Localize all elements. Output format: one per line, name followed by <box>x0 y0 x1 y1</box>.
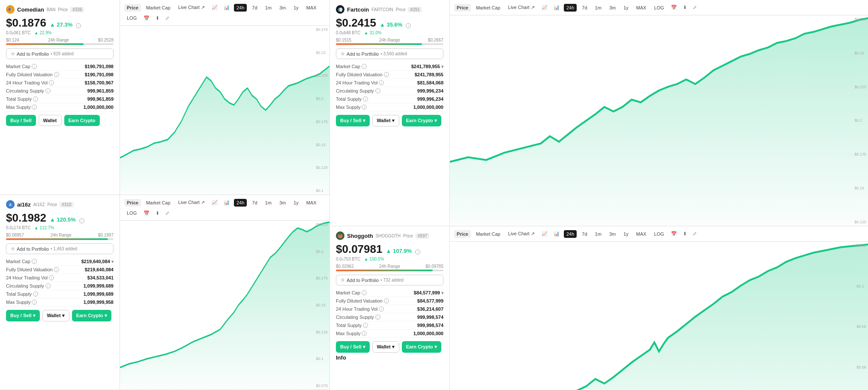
tab3-live-chart[interactable]: Live Chart ↗ <box>506 3 537 12</box>
tab2-1y[interactable]: 1y <box>291 199 301 207</box>
comedian-buy-btn[interactable]: Buy / Sell <box>6 115 36 126</box>
ai16z-info-icon: i <box>79 218 84 223</box>
tab2-1m[interactable]: 1m <box>263 199 274 207</box>
tab2-log[interactable]: LOG <box>124 209 139 217</box>
shoggoth-label: Price <box>403 234 413 238</box>
tab4-max[interactable]: MAX <box>634 230 649 238</box>
fartcoin-earn-btn[interactable]: Earn Crypto ▾ <box>402 115 441 126</box>
tab4-1y[interactable]: 1y <box>621 230 631 238</box>
ai16z-label: Price <box>48 202 57 207</box>
fartcoin-name: Fartcoin <box>347 6 369 13</box>
tab3-3m[interactable]: 3m <box>607 4 618 12</box>
tab3-7d[interactable]: 7d <box>579 4 590 12</box>
tab-live-chart[interactable]: Live Chart ↗ <box>176 3 207 12</box>
tab4-7d[interactable]: 7d <box>579 230 590 238</box>
tab-1m[interactable]: 1m <box>263 4 274 12</box>
tab-log[interactable]: LOG <box>124 14 139 22</box>
comedian-metrics: Market Cap i $190,791,098 Fully Diluted … <box>6 63 114 111</box>
tab4-log[interactable]: LOG <box>652 230 667 238</box>
fartcoin-symbol: FARTCOIN <box>371 7 393 12</box>
candle-icon-4[interactable]: 📊 <box>552 230 561 237</box>
candle-icon[interactable]: 📊 <box>222 4 231 11</box>
candle-icon-3[interactable]: 📊 <box>552 4 561 11</box>
tab-7d[interactable]: 7d <box>249 4 260 12</box>
expand-icon-3[interactable]: ⤢ <box>691 4 698 11</box>
ai16z-portfolio-btn[interactable]: ☆ Add to Portfolio • 1,463 added <box>6 243 114 254</box>
shoggoth-earn-btn[interactable]: Earn Crypto ▾ <box>402 341 441 353</box>
shoggoth-portfolio-btn[interactable]: ☆ Add to Portfolio • 732 added <box>336 275 443 285</box>
tab3-max[interactable]: MAX <box>634 4 649 12</box>
fartcoin-change: ▲ 35.6% <box>380 21 402 28</box>
ai16z-logo: a <box>6 200 15 209</box>
tab-market-cap[interactable]: Market Cap <box>144 4 173 12</box>
fartcoin-metrics: Market Cap i $241,789,955 ▾ Fully Dilute… <box>336 63 443 111</box>
shoggoth-metrics: Market Cap i $84,577,999 ▾ Fully Diluted… <box>336 289 443 338</box>
star-icon-2: ☆ <box>11 246 15 252</box>
ai16z-change: ▲ 120.5% <box>50 216 76 223</box>
tab-24h[interactable]: 24h <box>234 4 247 12</box>
fartcoin-section: 💨 Fartcoin FARTCOIN Price #291 $0.2415 ▲… <box>330 0 868 226</box>
tab3-price[interactable]: Price <box>454 4 471 12</box>
tab3-log[interactable]: LOG <box>652 4 667 12</box>
fartcoin-chart-area: Price Market Cap Live Chart ↗ 📈 📊 24h 7d… <box>450 0 868 226</box>
ai16z-actions: Buy / Sell ▾ Wallet ▾ Earn Crypto ▾ <box>6 310 114 321</box>
tab2-price[interactable]: Price <box>124 199 141 207</box>
ai16z-symbol: AI16Z <box>33 202 45 207</box>
tab4-1m[interactable]: 1m <box>593 230 604 238</box>
candle-icon-2[interactable]: 📊 <box>222 199 231 206</box>
fartcoin-buy-btn[interactable]: Buy / Sell ▾ <box>336 115 370 126</box>
tab3-market-cap[interactable]: Market Cap <box>473 4 503 12</box>
ai16z-wallet-btn[interactable]: Wallet ▾ <box>42 310 69 321</box>
fartcoin-portfolio-btn[interactable]: ☆ Add to Portfolio • 3,560 added <box>336 48 443 59</box>
tab4-24h[interactable]: 24h <box>564 230 577 238</box>
shoggoth-section: 🐙 Shoggoth SHOGGOTH Price #597 $0.07981 … <box>330 226 868 390</box>
tab2-market-cap[interactable]: Market Cap <box>144 199 173 207</box>
calendar-icon-2[interactable]: 📅 <box>142 210 151 217</box>
ai16z-earn-btn[interactable]: Earn Crypto ▾ <box>72 310 111 321</box>
download-icon-4[interactable]: ⬇ <box>681 230 688 237</box>
shoggoth-wallet-btn[interactable]: Wallet ▾ <box>372 341 399 353</box>
comedian-label: Price <box>58 7 68 12</box>
ai16z-buy-btn[interactable]: Buy / Sell ▾ <box>6 310 40 321</box>
shoggoth-buy-btn[interactable]: Buy / Sell ▾ <box>336 341 370 353</box>
expand-icon-2[interactable]: ⤢ <box>164 210 171 217</box>
line-icon-2[interactable]: 📈 <box>210 199 219 206</box>
comedian-rank: #336 <box>70 7 84 12</box>
ai16z-price: $0.1982 <box>6 211 46 225</box>
tab-1y[interactable]: 1y <box>291 4 301 12</box>
tab4-live-chart[interactable]: Live Chart ↗ <box>506 230 537 238</box>
tab2-max[interactable]: MAX <box>304 199 319 207</box>
tab3-24h[interactable]: 24h <box>564 4 577 12</box>
shoggoth-change: ▲ 107.9% <box>386 248 412 254</box>
tab3-1y[interactable]: 1y <box>621 4 631 12</box>
tab4-3m[interactable]: 3m <box>607 230 618 238</box>
tab4-price[interactable]: Price <box>454 230 471 238</box>
tab-price[interactable]: Price <box>124 4 141 12</box>
comedian-portfolio-btn[interactable]: ☆ Add to Portfolio • 829 added <box>6 48 114 59</box>
comedian-wallet-btn[interactable]: Wallet <box>39 115 62 126</box>
comedian-price: $0.1876 <box>6 16 46 30</box>
line-icon-3[interactable]: 📈 <box>540 4 549 11</box>
line-icon[interactable]: 📈 <box>210 4 219 11</box>
tab2-3m[interactable]: 3m <box>277 199 288 207</box>
calendar-icon-3[interactable]: 📅 <box>669 4 679 11</box>
comedian-earn-btn[interactable]: Earn Crypto <box>64 115 100 126</box>
tab4-market-cap[interactable]: Market Cap <box>473 230 503 238</box>
tab2-7d[interactable]: 7d <box>249 199 260 207</box>
fartcoin-wallet-btn[interactable]: Wallet ▾ <box>372 115 399 126</box>
tab2-live-chart[interactable]: Live Chart ↗ <box>176 198 207 207</box>
expand-icon[interactable]: ⤢ <box>164 15 171 22</box>
tab3-1m[interactable]: 1m <box>593 4 604 12</box>
tab-3m[interactable]: 3m <box>277 4 288 12</box>
tab-max[interactable]: MAX <box>304 4 319 12</box>
calendar-icon[interactable]: 📅 <box>142 15 151 22</box>
download-icon-3[interactable]: ⬇ <box>681 4 688 11</box>
expand-icon-4[interactable]: ⤢ <box>691 230 698 237</box>
calendar-icon-4[interactable]: 📅 <box>669 230 679 237</box>
line-icon-4[interactable]: 📈 <box>540 230 549 237</box>
comedian-range: $0.124 24h Range $0.2528 <box>6 38 114 45</box>
tab2-24h[interactable]: 24h <box>234 199 247 207</box>
comedian-chart: $0.275 $0.23 $0.225 $0.2 $0.175 $0.15 $0… <box>120 26 329 195</box>
download-icon-2[interactable]: ⬇ <box>154 210 161 217</box>
download-icon[interactable]: ⬇ <box>154 15 161 22</box>
